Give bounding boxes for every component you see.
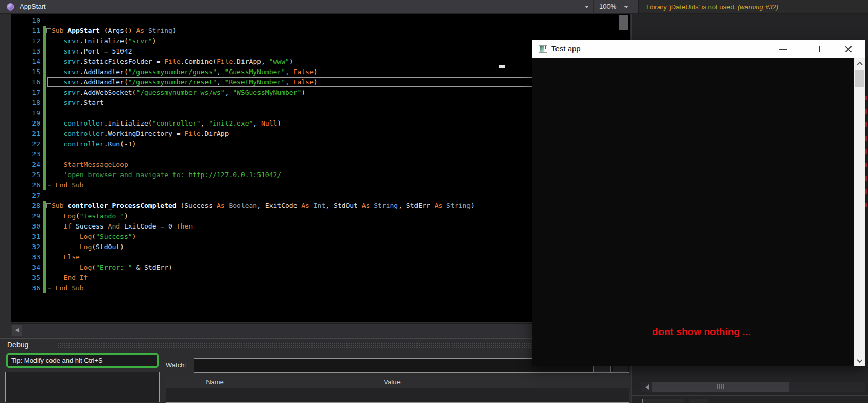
close-button[interactable]: [837, 40, 860, 58]
code-line[interactable]: 11Sub AppStart (Args() As String): [11, 26, 630, 36]
change-bar: [43, 98, 46, 108]
line-number: 22: [11, 139, 40, 149]
scope-line-icon: [48, 57, 48, 67]
window-titlebar[interactable]: Test app: [532, 40, 865, 58]
clipped-button[interactable]: [642, 399, 684, 403]
warning-row[interactable]: Library 'jDateUtils' is not used. (warni…: [638, 0, 868, 14]
scope-line-icon: [48, 180, 51, 186]
code-text: srvr.Port = 51042: [51, 46, 132, 57]
code-text: StartMessageLoop: [51, 160, 128, 170]
divider: [593, 0, 594, 14]
change-bar: [43, 273, 46, 283]
module-selector[interactable]: AppStart: [20, 3, 46, 10]
code-text: controller.WorkingDirectory = File.DirAp…: [51, 129, 229, 139]
line-number: 19: [11, 108, 40, 118]
change-bar: [43, 242, 46, 252]
window-title: Test app: [551, 44, 581, 53]
editor-vscrollbar-thumb[interactable]: [619, 15, 628, 30]
window-vscrollbar[interactable]: [854, 58, 865, 366]
scroll-left-button[interactable]: [12, 325, 22, 336]
watch-label: Watch:: [166, 361, 186, 369]
line-number: 13: [11, 46, 40, 57]
left-arrow-icon: [645, 384, 649, 390]
line-number: 17: [11, 87, 40, 98]
line-number: 35: [11, 273, 40, 283]
panel-divider: [631, 395, 868, 396]
line-number: 12: [11, 36, 40, 46]
scope-line-icon: [48, 139, 48, 149]
maximize-button[interactable]: [805, 40, 827, 58]
minimize-icon: [779, 49, 787, 50]
scope-line-icon: [48, 118, 48, 129]
line-number: 11: [11, 26, 40, 36]
scope-line-icon: [48, 273, 48, 283]
app-window-icon: [539, 45, 547, 53]
change-bar: [43, 149, 46, 160]
scroll-up-button[interactable]: [854, 58, 865, 69]
test-app-window[interactable]: Test app dont show nothing ...: [532, 40, 865, 366]
line-number: 34: [11, 262, 40, 273]
change-bar: [43, 77, 46, 87]
ide-root: Library 'jDateUtils' is not used. (warni…: [0, 0, 868, 403]
minimize-button[interactable]: [771, 40, 794, 58]
line-number: 36: [11, 283, 40, 293]
scroll-left-icon[interactable]: [643, 383, 650, 391]
code-text: 'open browser and navigate to: http://12…: [51, 170, 281, 180]
code-text: controller.Run(-1): [51, 139, 136, 149]
change-bar: [43, 221, 46, 232]
close-icon: [844, 45, 853, 54]
grip-icon: [719, 384, 720, 389]
window-vscrollbar-thumb[interactable]: [855, 70, 864, 87]
chevron-down-icon[interactable]: [624, 6, 628, 8]
tip-text: Tip: Modify code and hit Ctrl+S: [11, 357, 103, 364]
scope-line-icon: [48, 221, 48, 232]
scope-line-icon: [48, 242, 48, 252]
scroll-down-button[interactable]: [854, 355, 865, 366]
code-text: Log("testando "): [51, 211, 128, 221]
change-bar: [43, 108, 46, 118]
line-number: 16: [11, 77, 40, 87]
line-number: 18: [11, 98, 40, 108]
warning-number: (warning #32): [738, 3, 779, 11]
column-header-name[interactable]: Name: [166, 376, 264, 388]
change-bar: [43, 57, 46, 67]
code-text: Log("Success"): [51, 232, 136, 242]
breakpoints-list[interactable]: [5, 372, 160, 402]
scope-line-icon: [48, 98, 48, 108]
change-bar: [43, 36, 46, 46]
change-bar: [43, 252, 46, 262]
grip-icon: [721, 384, 722, 389]
fold-collapse-icon[interactable]: [46, 28, 51, 33]
toolbar: AppStart 100%: [0, 0, 638, 14]
change-bar: [43, 87, 46, 98]
grip-icon: [717, 384, 718, 389]
code-text: srvr.Start: [51, 98, 104, 108]
change-bar: [43, 160, 46, 170]
line-number: 26: [11, 180, 40, 190]
code-line[interactable]: 10: [11, 15, 630, 26]
scope-line-icon: [48, 67, 48, 77]
change-bar: [43, 139, 46, 149]
logs-hscrollbar-thumb[interactable]: [652, 382, 789, 392]
zoom-selector[interactable]: 100%: [599, 3, 616, 10]
code-text: End If: [51, 273, 88, 283]
app-message: dont show nothing ...: [652, 326, 751, 338]
line-number: 10: [11, 15, 40, 26]
code-text: If Success And ExitCode = 0 Then: [51, 221, 193, 232]
fold-collapse-icon[interactable]: [46, 203, 51, 208]
column-header-value[interactable]: Value: [264, 376, 520, 388]
line-number: 33: [11, 252, 40, 262]
code-text: srvr.AddWebSocket("/guessmynumber_ws/ws"…: [51, 87, 305, 98]
change-bar: [43, 118, 46, 129]
code-text: controller.Initialize("controller", "ini…: [51, 118, 281, 129]
change-bar: [43, 283, 46, 293]
line-number: 23: [11, 149, 40, 160]
watch-table-header: Name Value: [166, 376, 629, 388]
line-number: 29: [11, 211, 40, 221]
chevron-down-icon[interactable]: [585, 6, 589, 8]
clipped-button[interactable]: [689, 399, 708, 403]
scope-line-icon: [48, 46, 48, 57]
scope-line-icon: [48, 232, 48, 242]
code-text: Log(StdOut): [51, 242, 124, 252]
change-bar: [43, 262, 46, 273]
